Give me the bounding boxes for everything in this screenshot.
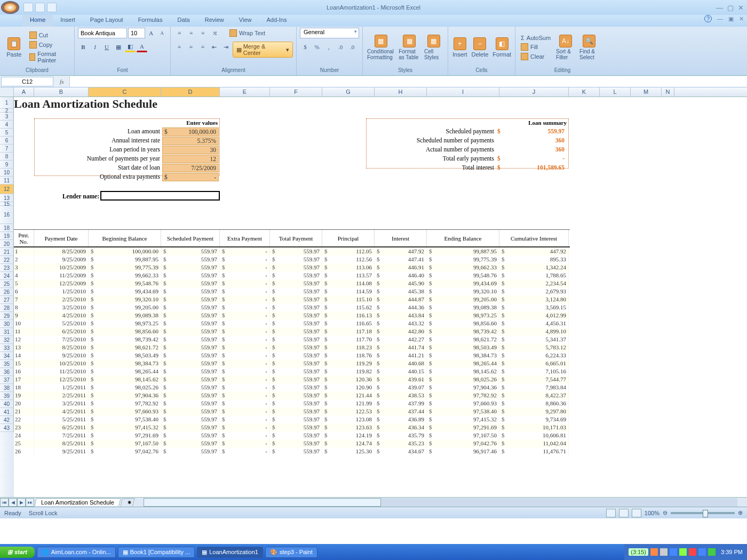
conditional-formatting-button[interactable]: ▦Conditional Formatting: [366, 34, 395, 61]
row-header[interactable]: 23: [0, 264, 14, 272]
table-row[interactable]: 138/25/201098,621.72559.97-559.97118.234…: [14, 343, 570, 351]
workbook-minimize-button[interactable]: —: [717, 15, 723, 22]
borders-button[interactable]: ▦: [113, 42, 124, 52]
tray-icon[interactable]: [650, 548, 658, 556]
input-value[interactable]: 12: [162, 155, 219, 163]
paste-button[interactable]: 📋Paste: [3, 36, 25, 59]
row-header[interactable]: 21: [0, 248, 14, 256]
accounting-format-button[interactable]: $: [300, 42, 311, 52]
decrease-decimal-button[interactable]: .0: [347, 42, 357, 52]
zoom-in-button[interactable]: ⊕: [738, 509, 743, 516]
tab-insert[interactable]: Insert: [53, 15, 83, 27]
orientation-button[interactable]: ⤭: [209, 28, 220, 38]
clear-button[interactable]: Clear: [519, 52, 553, 61]
table-row[interactable]: 61/25/201099,434.69559.97-559.97114.5944…: [14, 287, 570, 295]
increase-decimal-button[interactable]: .0: [335, 42, 346, 52]
column-header[interactable]: B: [34, 87, 89, 97]
column-header[interactable]: I: [427, 87, 499, 97]
tab-home[interactable]: Home: [22, 15, 53, 27]
taskbar-item[interactable]: ▦LoanAmortization1: [197, 547, 263, 558]
qat-save-icon[interactable]: [23, 3, 33, 12]
table-row[interactable]: 258/25/201197,167.50559.97-559.97124.744…: [14, 439, 570, 447]
table-row[interactable]: 18/25/2009100,000.00559.97-559.97112.054…: [14, 247, 570, 255]
row-header[interactable]: 8: [0, 153, 14, 161]
row-header[interactable]: 19: [0, 232, 14, 240]
fill-color-button[interactable]: ◧: [125, 42, 136, 52]
sort-filter-button[interactable]: A↓Sort & Filter: [555, 34, 576, 61]
view-page-layout-button[interactable]: [619, 509, 629, 517]
row-header[interactable]: 9: [0, 161, 14, 169]
qat-undo-icon[interactable]: [35, 3, 45, 12]
tab-view[interactable]: View: [232, 15, 259, 27]
row-header[interactable]: 27: [0, 296, 14, 304]
table-row[interactable]: 225/25/201197,538.40559.97-559.97123.084…: [14, 415, 570, 423]
row-header[interactable]: 35: [0, 360, 14, 368]
tray-icon[interactable]: [708, 548, 716, 556]
column-header[interactable]: L: [600, 87, 631, 97]
input-value[interactable]: $-: [162, 173, 219, 181]
table-header[interactable]: Scheduled Payment: [161, 230, 220, 246]
table-row[interactable]: 512/25/200999,548.76559.97-559.97114.084…: [14, 279, 570, 287]
row-header[interactable]: 24: [0, 272, 14, 280]
tray-icon[interactable]: [689, 548, 696, 556]
table-header[interactable]: Payment Date: [34, 230, 89, 246]
italic-button[interactable]: I: [90, 42, 100, 52]
table-row[interactable]: 105/25/201098,973.25559.97-559.97116.654…: [14, 319, 570, 327]
tab-nav-last[interactable]: ⏭: [26, 498, 34, 507]
table-row[interactable]: 214/25/201197,660.93559.97-559.97122.534…: [14, 407, 570, 415]
sheet-tab-active[interactable]: Loan Amortization Schedule: [34, 498, 121, 506]
table-header[interactable]: Ending Balance: [427, 230, 499, 246]
row-header[interactable]: 26: [0, 288, 14, 296]
column-header[interactable]: C: [89, 87, 161, 97]
input-value[interactable]: 5.375%: [162, 137, 219, 145]
align-left-button[interactable]: ≡: [174, 42, 185, 52]
font-name-select[interactable]: [78, 28, 127, 38]
column-header[interactable]: H: [375, 87, 427, 97]
bold-button[interactable]: B: [78, 42, 89, 52]
tab-data[interactable]: Data: [170, 15, 197, 27]
zoom-slider[interactable]: [671, 512, 735, 514]
row-header[interactable]: 5: [0, 129, 14, 137]
tray-icon[interactable]: [660, 548, 667, 556]
tab-nav-first[interactable]: ⏮: [0, 498, 9, 507]
row-header[interactable]: 12: [0, 185, 14, 194]
horizontal-scrollbar[interactable]: [144, 498, 737, 507]
row-header[interactable]: 38: [0, 384, 14, 392]
row-header[interactable]: 6: [0, 137, 14, 145]
row-header[interactable]: 43: [0, 424, 14, 432]
input-value[interactable]: $100,000.00: [162, 127, 219, 136]
table-row[interactable]: 83/25/201099,205.00559.97-559.97115.6244…: [14, 303, 570, 311]
row-header[interactable]: 4: [0, 121, 14, 129]
column-header[interactable]: N: [662, 87, 674, 97]
align-top-button[interactable]: ≡: [174, 28, 185, 38]
table-row[interactable]: 310/25/200999,775.39559.97-559.97113.064…: [14, 263, 570, 271]
grow-font-button[interactable]: A: [146, 28, 156, 38]
table-row[interactable]: 1510/25/201098,384.73559.97-559.97119.29…: [14, 359, 570, 367]
row-header[interactable]: 28: [0, 304, 14, 312]
tab-addins[interactable]: Add-Ins: [259, 15, 294, 27]
row-header[interactable]: 18: [0, 224, 14, 232]
row-header[interactable]: 37: [0, 376, 14, 384]
row-header[interactable]: 29: [0, 312, 14, 320]
autosum-button[interactable]: ΣAutoSum: [519, 34, 553, 42]
row-header[interactable]: 41: [0, 408, 14, 416]
minimize-button[interactable]: —: [716, 4, 723, 12]
row-header[interactable]: 3: [0, 113, 14, 121]
row-header[interactable]: 40: [0, 400, 14, 408]
align-bottom-button[interactable]: ≡: [197, 28, 208, 38]
table-header[interactable]: Extra Payment: [220, 230, 270, 246]
comma-format-button[interactable]: ,: [323, 42, 334, 52]
row-header[interactable]: 25: [0, 280, 14, 288]
wrap-text-button[interactable]: Wrap Text: [227, 28, 267, 38]
row-header[interactable]: 1: [0, 97, 14, 109]
font-color-button[interactable]: A: [137, 42, 147, 52]
number-format-select[interactable]: General: [300, 28, 359, 38]
font-size-select[interactable]: [128, 28, 145, 38]
start-button[interactable]: ⊞start: [0, 547, 35, 558]
row-header[interactable]: 39: [0, 392, 14, 400]
row-header[interactable]: 22: [0, 256, 14, 264]
decrease-indent-button[interactable]: ⇤: [209, 42, 220, 52]
table-header[interactable]: Pmt. No.: [14, 230, 34, 246]
tray-icon[interactable]: [670, 548, 677, 556]
column-header[interactable]: K: [569, 87, 600, 97]
